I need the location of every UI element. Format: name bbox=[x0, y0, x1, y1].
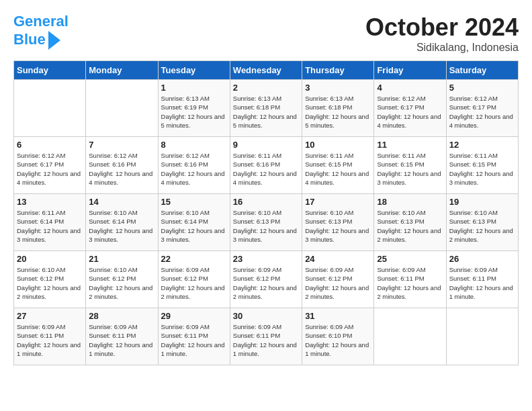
calendar-cell: 10Sunrise: 6:11 AM Sunset: 6:15 PM Dayli… bbox=[302, 137, 374, 194]
calendar-cell: 25Sunrise: 6:09 AM Sunset: 6:11 PM Dayli… bbox=[374, 251, 446, 308]
cell-info: Sunrise: 6:12 AM Sunset: 6:16 PM Dayligh… bbox=[89, 151, 154, 187]
cell-info: Sunrise: 6:10 AM Sunset: 6:13 PM Dayligh… bbox=[377, 208, 443, 244]
cell-info: Sunrise: 6:10 AM Sunset: 6:14 PM Dayligh… bbox=[161, 208, 227, 244]
day-of-week-header: Tuesday bbox=[158, 61, 230, 80]
calendar-cell: 30Sunrise: 6:09 AM Sunset: 6:11 PM Dayli… bbox=[230, 308, 302, 365]
calendar-week-row: 20Sunrise: 6:10 AM Sunset: 6:12 PM Dayli… bbox=[14, 251, 519, 308]
cell-info: Sunrise: 6:13 AM Sunset: 6:18 PM Dayligh… bbox=[233, 94, 299, 130]
calendar-cell: 6Sunrise: 6:12 AM Sunset: 6:17 PM Daylig… bbox=[14, 137, 86, 194]
calendar-cell: 26Sunrise: 6:09 AM Sunset: 6:11 PM Dayli… bbox=[446, 251, 518, 308]
cell-info: Sunrise: 6:09 AM Sunset: 6:11 PM Dayligh… bbox=[89, 322, 154, 358]
logo-arrow-icon bbox=[48, 31, 60, 50]
day-number: 11 bbox=[377, 140, 443, 150]
day-number: 29 bbox=[161, 311, 227, 321]
calendar-cell bbox=[14, 80, 86, 137]
calendar-cell: 24Sunrise: 6:09 AM Sunset: 6:12 PM Dayli… bbox=[302, 251, 374, 308]
calendar-cell: 3Sunrise: 6:13 AM Sunset: 6:18 PM Daylig… bbox=[302, 80, 374, 137]
cell-info: Sunrise: 6:09 AM Sunset: 6:12 PM Dayligh… bbox=[161, 265, 227, 301]
day-number: 15 bbox=[161, 197, 227, 207]
cell-info: Sunrise: 6:09 AM Sunset: 6:11 PM Dayligh… bbox=[17, 322, 83, 358]
calendar-cell: 21Sunrise: 6:10 AM Sunset: 6:12 PM Dayli… bbox=[86, 251, 158, 308]
calendar-week-row: 1Sunrise: 6:13 AM Sunset: 6:19 PM Daylig… bbox=[14, 80, 519, 137]
cell-info: Sunrise: 6:12 AM Sunset: 6:17 PM Dayligh… bbox=[17, 151, 83, 187]
day-number: 2 bbox=[233, 83, 299, 93]
day-number: 12 bbox=[449, 140, 515, 150]
day-number: 27 bbox=[17, 311, 83, 321]
calendar-cell: 28Sunrise: 6:09 AM Sunset: 6:11 PM Dayli… bbox=[86, 308, 158, 365]
cell-info: Sunrise: 6:10 AM Sunset: 6:12 PM Dayligh… bbox=[17, 265, 83, 301]
calendar-week-row: 13Sunrise: 6:11 AM Sunset: 6:14 PM Dayli… bbox=[14, 194, 519, 251]
day-number: 26 bbox=[449, 254, 515, 264]
cell-info: Sunrise: 6:09 AM Sunset: 6:12 PM Dayligh… bbox=[233, 265, 299, 301]
calendar-cell: 27Sunrise: 6:09 AM Sunset: 6:11 PM Dayli… bbox=[14, 308, 86, 365]
day-of-week-header: Friday bbox=[374, 61, 446, 80]
calendar-cell: 11Sunrise: 6:11 AM Sunset: 6:15 PM Dayli… bbox=[374, 137, 446, 194]
day-number: 22 bbox=[161, 254, 227, 264]
cell-info: Sunrise: 6:10 AM Sunset: 6:13 PM Dayligh… bbox=[305, 208, 371, 244]
calendar-cell: 4Sunrise: 6:12 AM Sunset: 6:17 PM Daylig… bbox=[374, 80, 446, 137]
calendar-cell: 31Sunrise: 6:09 AM Sunset: 6:10 PM Dayli… bbox=[302, 308, 374, 365]
cell-info: Sunrise: 6:09 AM Sunset: 6:11 PM Dayligh… bbox=[449, 265, 515, 301]
calendar-cell: 15Sunrise: 6:10 AM Sunset: 6:14 PM Dayli… bbox=[158, 194, 230, 251]
cell-info: Sunrise: 6:12 AM Sunset: 6:17 PM Dayligh… bbox=[377, 94, 443, 130]
month-title: October 2024 bbox=[365, 13, 519, 42]
calendar-cell: 14Sunrise: 6:10 AM Sunset: 6:14 PM Dayli… bbox=[86, 194, 158, 251]
day-number: 1 bbox=[161, 83, 227, 93]
cell-info: Sunrise: 6:09 AM Sunset: 6:12 PM Dayligh… bbox=[305, 265, 371, 301]
day-number: 28 bbox=[89, 311, 154, 321]
calendar-body: 1Sunrise: 6:13 AM Sunset: 6:19 PM Daylig… bbox=[14, 80, 519, 365]
calendar-cell: 20Sunrise: 6:10 AM Sunset: 6:12 PM Dayli… bbox=[14, 251, 86, 308]
cell-info: Sunrise: 6:10 AM Sunset: 6:13 PM Dayligh… bbox=[449, 208, 515, 244]
calendar-cell: 23Sunrise: 6:09 AM Sunset: 6:12 PM Dayli… bbox=[230, 251, 302, 308]
cell-info: Sunrise: 6:10 AM Sunset: 6:14 PM Dayligh… bbox=[89, 208, 154, 244]
day-of-week-header: Monday bbox=[86, 61, 158, 80]
cell-info: Sunrise: 6:13 AM Sunset: 6:18 PM Dayligh… bbox=[305, 94, 371, 130]
day-number: 4 bbox=[377, 83, 443, 93]
calendar-cell: 19Sunrise: 6:10 AM Sunset: 6:13 PM Dayli… bbox=[446, 194, 518, 251]
day-of-week-header: Wednesday bbox=[230, 61, 302, 80]
day-number: 23 bbox=[233, 254, 299, 264]
cell-info: Sunrise: 6:10 AM Sunset: 6:12 PM Dayligh… bbox=[89, 265, 154, 301]
day-number: 8 bbox=[161, 140, 227, 150]
day-number: 19 bbox=[449, 197, 515, 207]
calendar-cell: 9Sunrise: 6:11 AM Sunset: 6:16 PM Daylig… bbox=[230, 137, 302, 194]
day-number: 18 bbox=[377, 197, 443, 207]
day-number: 14 bbox=[89, 197, 154, 207]
calendar-week-row: 27Sunrise: 6:09 AM Sunset: 6:11 PM Dayli… bbox=[14, 308, 519, 365]
calendar-table: SundayMondayTuesdayWednesdayThursdayFrid… bbox=[13, 60, 519, 365]
day-number: 6 bbox=[17, 140, 83, 150]
day-of-week-header: Thursday bbox=[302, 61, 374, 80]
calendar-cell: 16Sunrise: 6:10 AM Sunset: 6:13 PM Dayli… bbox=[230, 194, 302, 251]
location-subtitle: Sidikalang, Indonesia bbox=[365, 42, 519, 54]
cell-info: Sunrise: 6:09 AM Sunset: 6:11 PM Dayligh… bbox=[233, 322, 299, 358]
day-number: 7 bbox=[89, 140, 154, 150]
cell-info: Sunrise: 6:11 AM Sunset: 6:15 PM Dayligh… bbox=[305, 151, 371, 187]
title-block: October 2024 Sidikalang, Indonesia bbox=[365, 13, 519, 54]
cell-info: Sunrise: 6:09 AM Sunset: 6:11 PM Dayligh… bbox=[161, 322, 227, 358]
cell-info: Sunrise: 6:13 AM Sunset: 6:19 PM Dayligh… bbox=[161, 94, 227, 130]
calendar-cell: 22Sunrise: 6:09 AM Sunset: 6:12 PM Dayli… bbox=[158, 251, 230, 308]
logo-text: General Blue bbox=[13, 13, 69, 50]
calendar-cell: 13Sunrise: 6:11 AM Sunset: 6:14 PM Dayli… bbox=[14, 194, 86, 251]
day-number: 10 bbox=[305, 140, 371, 150]
cell-info: Sunrise: 6:11 AM Sunset: 6:15 PM Dayligh… bbox=[377, 151, 443, 187]
calendar-cell: 29Sunrise: 6:09 AM Sunset: 6:11 PM Dayli… bbox=[158, 308, 230, 365]
cell-info: Sunrise: 6:11 AM Sunset: 6:14 PM Dayligh… bbox=[17, 208, 83, 244]
day-number: 31 bbox=[305, 311, 371, 321]
calendar-header-row: SundayMondayTuesdayWednesdayThursdayFrid… bbox=[14, 61, 519, 80]
cell-info: Sunrise: 6:09 AM Sunset: 6:10 PM Dayligh… bbox=[305, 322, 371, 358]
day-number: 24 bbox=[305, 254, 371, 264]
day-number: 25 bbox=[377, 254, 443, 264]
calendar-cell: 7Sunrise: 6:12 AM Sunset: 6:16 PM Daylig… bbox=[86, 137, 158, 194]
day-number: 20 bbox=[17, 254, 83, 264]
day-number: 13 bbox=[17, 197, 83, 207]
day-number: 3 bbox=[305, 83, 371, 93]
day-number: 30 bbox=[233, 311, 299, 321]
cell-info: Sunrise: 6:09 AM Sunset: 6:11 PM Dayligh… bbox=[377, 265, 443, 301]
cell-info: Sunrise: 6:12 AM Sunset: 6:16 PM Dayligh… bbox=[161, 151, 227, 187]
day-number: 16 bbox=[233, 197, 299, 207]
page-header: General Blue October 2024 Sidikalang, In… bbox=[13, 13, 519, 54]
day-of-week-header: Saturday bbox=[446, 61, 518, 80]
day-number: 9 bbox=[233, 140, 299, 150]
cell-info: Sunrise: 6:12 AM Sunset: 6:17 PM Dayligh… bbox=[449, 94, 515, 130]
